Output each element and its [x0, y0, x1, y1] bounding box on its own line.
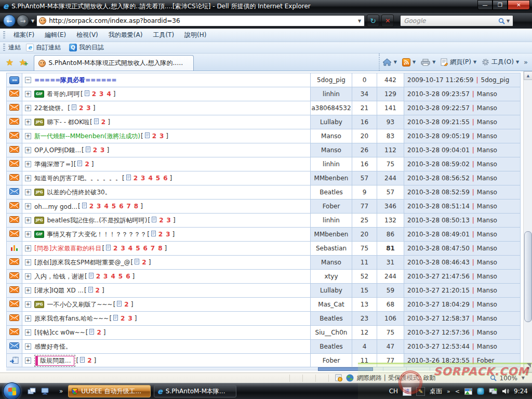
horizontal-scrollbar[interactable] [6, 367, 520, 370]
url-input[interactable] [49, 17, 357, 24]
author-cell[interactable]: MMbenben [311, 171, 352, 185]
toolbar-grip[interactable] [3, 31, 5, 39]
tray-expand-icon[interactable]: < [455, 388, 460, 395]
author-cell[interactable]: linhin [311, 214, 352, 228]
volume-icon[interactable] [502, 388, 509, 394]
vertical-scrollbar[interactable]: ▲ ▼ [523, 71, 532, 373]
thread-title-link[interactable]: 睇下- - 都OK啦 [47, 118, 89, 126]
page-link[interactable]: 2 [87, 357, 91, 364]
menu-help[interactable]: 說明(H) [179, 29, 211, 42]
author-cell[interactable]: 5dog_pig [311, 73, 352, 87]
url-dropdown-icon[interactable]: ▼ [357, 19, 362, 23]
thread-title-link[interactable]: beatles我記住你..(不是投訴帖呵呵) [47, 217, 147, 224]
author-cell[interactable]: Fober [311, 200, 352, 214]
last-post-author[interactable]: Manso [477, 189, 497, 196]
page-link[interactable]: 2 [113, 245, 117, 252]
author-cell[interactable]: Manso [311, 256, 352, 270]
page-menu-button[interactable]: 網頁(P) ▼ [441, 58, 476, 66]
author-cell[interactable]: Manso [311, 129, 352, 143]
last-post-author[interactable]: Manso [477, 104, 497, 112]
history-dropdown-icon[interactable]: ▼ [31, 19, 34, 23]
author-cell[interactable]: a380684532 [311, 101, 352, 115]
last-post-author[interactable]: Manso [477, 329, 497, 336]
page-link[interactable]: 5 [112, 203, 116, 210]
page-link[interactable]: 2 [121, 315, 125, 322]
last-post-author[interactable]: Manso [477, 245, 497, 252]
last-post-author[interactable]: Manso [477, 315, 497, 322]
page-link[interactable]: 5 [136, 245, 140, 252]
thread-title-link[interactable]: [转帖]cc w0w~~ [34, 329, 85, 336]
page-link[interactable]: 2 [89, 203, 94, 210]
page-link[interactable]: 2 [85, 161, 89, 168]
menu-tools[interactable]: 工具(T) [148, 29, 179, 42]
page-link[interactable]: 2 [79, 104, 83, 112]
page-link[interactable]: 6 [163, 175, 167, 182]
quick-launch-desktop-icon[interactable] [41, 387, 50, 395]
active-tab[interactable]: S.PhAntoM-M本隊現正式開放收人,想入隊的..請... [34, 55, 194, 71]
link-custom[interactable]: e 自訂連結 [26, 43, 61, 52]
tray-network-icon[interactable] [489, 388, 497, 394]
thread-title-link[interactable]: 感覺好奇怪。 [34, 343, 72, 350]
add-favorite-icon[interactable]: ★ [19, 57, 26, 68]
favorites-star-icon[interactable]: ★ [6, 57, 14, 68]
page-link[interactable]: 4 [148, 175, 152, 182]
page-link[interactable]: 2 [158, 231, 163, 238]
close-button[interactable]: ✕ [508, 0, 530, 10]
last-post-author[interactable]: Manso [477, 203, 497, 210]
author-cell[interactable]: Mas_Cat [311, 298, 352, 312]
page-link[interactable]: 6 [143, 245, 148, 252]
page-link[interactable]: 5 [156, 175, 160, 182]
home-button[interactable]: ▼ [382, 58, 397, 66]
toolbar-grip[interactable] [3, 44, 5, 52]
last-post-author[interactable]: Manso [477, 90, 497, 98]
thread-title-link[interactable]: 看哥的,呵呵 [47, 90, 80, 98]
expand-toggle[interactable]: − [25, 77, 31, 83]
menu-favorites[interactable]: 我的最愛(A) [103, 29, 148, 42]
thread-title-link[interactable]: [灌水]IQ題 XD ... [34, 287, 84, 294]
taskbar-button-ie[interactable]: e S.PhAntoM-M本隊... [154, 385, 236, 397]
link-my-diary[interactable]: Q 我的日誌 [69, 43, 104, 52]
minimize-button[interactable]: — [477, 0, 493, 10]
expand-toggle[interactable]: + [25, 147, 31, 153]
thread-title-link[interactable]: [問卷]大家最喜歡的科目 [34, 245, 101, 252]
last-post-author[interactable]: Manso [477, 273, 497, 280]
desktop-toolbar[interactable]: 桌面 [430, 387, 442, 396]
page-link[interactable]: 2 [101, 118, 105, 126]
expand-toggle[interactable]: + [25, 287, 31, 294]
thread-title-link[interactable]: 22老烧饼。 [34, 104, 67, 112]
page-link[interactable]: 7 [127, 203, 131, 210]
expand-toggle[interactable]: + [25, 315, 31, 322]
expand-toggle[interactable]: + [25, 161, 31, 167]
restore-button[interactable]: ❐ [493, 0, 508, 10]
page-link[interactable]: 2 [124, 301, 128, 308]
tray-media-icon[interactable] [464, 388, 472, 395]
page-link[interactable]: 2 [142, 259, 146, 266]
page-link[interactable]: 3 [97, 203, 101, 210]
zoom-dropdown-icon[interactable]: ▼ [522, 376, 525, 380]
thread-title-link[interactable]: 一不小心又刷版了~~~ [47, 301, 112, 308]
search-box[interactable]: ▼ [400, 15, 513, 26]
last-post-author[interactable]: Manso [477, 132, 497, 140]
page-link[interactable]: 6 [119, 203, 123, 210]
expand-toggle[interactable]: + [25, 217, 31, 223]
last-post-author[interactable]: Manso [477, 231, 497, 238]
vertical-scroll-thumb[interactable] [524, 231, 532, 322]
page-link[interactable]: 3 [121, 245, 125, 252]
expand-toggle[interactable]: + [25, 119, 31, 125]
page-link[interactable]: 2 [97, 329, 101, 336]
stop-button[interactable]: ✕ [381, 15, 394, 27]
menu-view[interactable]: 檢視(V) [71, 29, 103, 42]
page-link[interactable]: 3 [167, 217, 171, 224]
author-cell[interactable]: Beatles [311, 312, 352, 326]
author-cell[interactable]: linhin [311, 157, 352, 171]
last-post-author[interactable]: Manso [477, 259, 497, 266]
page-link[interactable]: 3 [100, 147, 104, 154]
thread-title-link[interactable]: [原创]原來我在SPM都咁重要@_@ [34, 259, 130, 266]
expand-toggle[interactable]: + [25, 231, 31, 237]
feeds-button[interactable]: ▼ [402, 58, 416, 66]
expand-toggle[interactable]: + [25, 203, 31, 209]
page-link[interactable]: 3 [141, 175, 145, 182]
last-post-author[interactable]: 5dog_pig [481, 76, 510, 84]
tools-menu-button[interactable]: 工具(O) ▼ [482, 58, 519, 66]
author-cell[interactable]: Siu__Ch0n [311, 326, 352, 340]
